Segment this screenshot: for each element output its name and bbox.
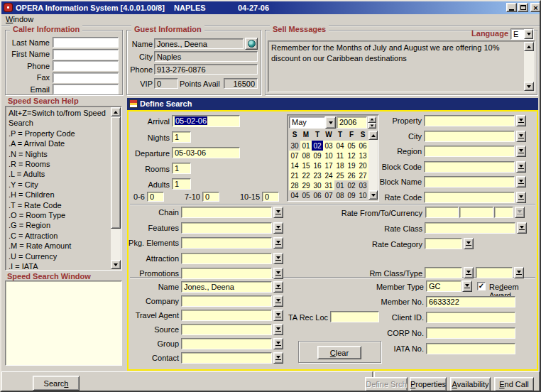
location-block-name-lov-button[interactable] (516, 176, 526, 187)
profile-contact-lov-button[interactable] (273, 352, 283, 364)
calendar-day-selected[interactable]: 02 (312, 141, 323, 151)
calendar-month-combo[interactable]: May (289, 116, 336, 129)
calendar-day[interactable]: 07 (289, 151, 300, 160)
rm-type-lov-button[interactable] (514, 267, 524, 278)
calendar-day[interactable]: 10 (323, 151, 334, 160)
speed-search-item[interactable]: .A = Arrival Date (6, 138, 111, 148)
speed-search-item[interactable]: .N = Nights (6, 149, 111, 159)
points-avail-field[interactable]: 16500 (224, 78, 258, 89)
guest-vip-field[interactable]: 0 (154, 78, 178, 89)
calendar-day[interactable]: 21 (289, 170, 300, 180)
rate-currency-field[interactable] (494, 207, 513, 218)
speed-search-item[interactable]: .U = Currency (6, 251, 111, 261)
speed-search-item[interactable]: .G = Region (6, 220, 111, 230)
calendar-day[interactable]: 08 (300, 151, 312, 160)
profile-travel-agent-field[interactable] (181, 310, 272, 321)
speed-search-item[interactable]: .I = IATA (6, 261, 111, 269)
scroll-up-button[interactable] (524, 42, 534, 51)
rooms-field[interactable]: 1 (172, 163, 191, 174)
minimize-button[interactable] (506, 3, 517, 12)
month-dropdown-button[interactable] (325, 116, 336, 129)
calendar-day[interactable]: 16 (312, 160, 323, 170)
calendar-day[interactable]: 24 (323, 170, 334, 180)
attribute-promotions-lov-button[interactable] (273, 268, 283, 279)
member-type-lov-button[interactable] (462, 281, 472, 292)
language-dropdown-button[interactable] (524, 29, 533, 39)
attribute-chain-lov-button[interactable] (273, 207, 283, 218)
rate-from-field[interactable] (425, 207, 459, 218)
scroll-down-button[interactable] (524, 82, 534, 91)
nights-field[interactable]: 1 (172, 131, 191, 143)
calendar-day[interactable]: 01 (300, 141, 312, 151)
properties-button[interactable]: Properties (410, 377, 447, 391)
member-corp-no-field[interactable] (426, 327, 515, 339)
age-10-15-field[interactable]: 0 (262, 192, 279, 202)
location-property-lov-button[interactable] (516, 115, 526, 126)
speed-search-item[interactable]: .M = Rate Amount (6, 241, 111, 251)
clear-button[interactable]: Clear (317, 346, 361, 359)
location-region-field[interactable] (424, 146, 515, 157)
rate-class-field[interactable] (425, 222, 515, 234)
rm-class-field[interactable] (425, 267, 462, 278)
location-block-name-field[interactable] (424, 176, 515, 187)
calendar-day[interactable]: 14 (289, 160, 300, 170)
calendar-day[interactable]: 05 (300, 190, 312, 200)
profile-name-field[interactable]: Jones., Deena (181, 281, 272, 293)
speed-search-item[interactable]: .O = Room Type (6, 210, 111, 220)
caller-first-name-input[interactable] (53, 49, 119, 60)
speed-search-item[interactable]: .T = Rate Code (6, 200, 111, 210)
caller-last-name-input[interactable] (53, 37, 119, 48)
calendar-day[interactable]: 17 (323, 160, 334, 170)
profile-group-lov-button[interactable] (273, 338, 283, 349)
rate-to-field[interactable] (459, 207, 493, 218)
member-type-field[interactable]: GC (426, 281, 461, 292)
adults-field[interactable]: 1 (172, 178, 191, 190)
calendar-day[interactable]: 06 (312, 190, 323, 200)
location-region-lov-button[interactable] (516, 146, 526, 157)
location-block-code-field[interactable] (424, 161, 515, 173)
attribute-attraction-field[interactable] (181, 253, 272, 264)
redeem-award-checkbox[interactable]: ✓ (477, 282, 486, 290)
attribute-pkg-elements-lov-button[interactable] (273, 237, 283, 249)
location-rate-code-lov-button[interactable] (516, 192, 526, 203)
location-block-code-lov-button[interactable] (516, 161, 526, 173)
caller-fax-input[interactable] (53, 72, 119, 83)
profile-source-field[interactable] (181, 324, 272, 335)
location-city-lov-button[interactable] (516, 131, 526, 142)
attribute-chain-field[interactable] (181, 207, 272, 218)
guest-name-field[interactable]: Jones., Deena (154, 38, 244, 49)
profile-globe-button[interactable] (245, 38, 258, 50)
scroll-track[interactable] (524, 51, 534, 82)
speed-search-item[interactable]: .R = Rooms (6, 159, 111, 169)
speed-search-item[interactable]: Alt+Z=Switch to/from Speed Search (6, 108, 111, 129)
scroll-up-button[interactable] (111, 107, 121, 116)
search-button[interactable]: Search (33, 376, 80, 391)
speed-search-item[interactable]: .Y = City (6, 180, 111, 190)
speed-search-item[interactable]: .C = Attraction (6, 231, 111, 241)
rate-category-field[interactable] (425, 238, 462, 249)
rate-category-lov-button[interactable] (464, 238, 474, 249)
calendar-day[interactable]: 30 (289, 141, 300, 151)
location-property-field[interactable] (424, 115, 515, 126)
profile-name-lov-button[interactable] (273, 281, 283, 293)
profile-contact-field[interactable] (181, 352, 272, 364)
calendar-day[interactable]: 23 (312, 170, 323, 180)
member-client-id-field[interactable] (426, 312, 515, 323)
attribute-promotions-field[interactable] (181, 268, 272, 279)
departure-field[interactable]: 05-03-06 (172, 147, 240, 158)
calendar-day[interactable]: 04 (289, 190, 300, 200)
calendar-day[interactable]: 22 (300, 170, 312, 180)
attribute-pkg-elements-field[interactable] (181, 237, 272, 249)
speed-search-item[interactable]: .P = Property Code (6, 129, 111, 138)
age-7-10-field[interactable]: 0 (202, 192, 219, 202)
profile-source-lov-button[interactable] (273, 324, 283, 335)
member-iata-no-field[interactable] (426, 343, 515, 354)
menu-window[interactable]: Window (1, 14, 38, 24)
calendar-day[interactable]: 09 (312, 151, 323, 160)
sell-message-scrollbar[interactable] (524, 42, 534, 91)
maximize-button[interactable] (518, 3, 528, 12)
attribute-features-lov-button[interactable] (273, 222, 283, 234)
end-call-button[interactable]: End Call (494, 377, 534, 391)
age-0-6-field[interactable]: 0 (147, 192, 164, 202)
language-combo[interactable]: E (510, 28, 534, 40)
